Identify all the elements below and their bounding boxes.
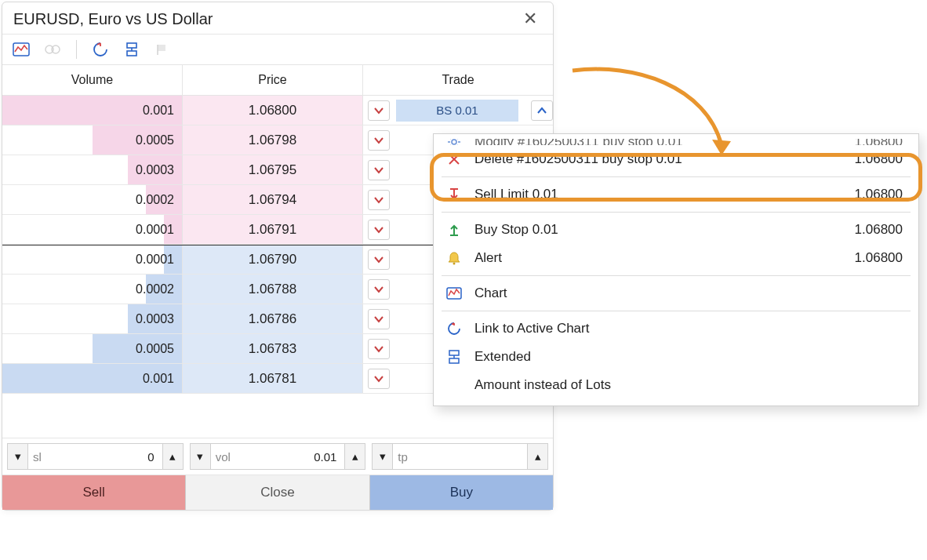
header-volume[interactable]: Volume	[2, 65, 183, 95]
svg-rect-18	[449, 358, 459, 363]
titlebar: EURUSD, Euro vs US Dollar ✕	[2, 2, 553, 34]
tp-label: tp	[393, 450, 420, 464]
volume-cell: 0.0005	[2, 334, 183, 363]
expand-trade-icon[interactable]	[368, 190, 390, 210]
sl-label: sl	[28, 450, 55, 464]
price-cell: 1.06781	[183, 364, 363, 393]
volume-value: 0.0001	[136, 245, 174, 274]
vol-down-icon[interactable]: ▾	[191, 444, 211, 469]
volume-value: 0.0005	[136, 334, 174, 363]
tp-up-icon[interactable]: ▴	[527, 444, 547, 469]
price-cell: 1.06798	[183, 125, 363, 155]
menu-link-label: Link to Active Chart	[474, 321, 589, 336]
volume-value: 0.0003	[136, 304, 174, 333]
volume-cell: 0.0005	[2, 125, 183, 155]
sl-stepper[interactable]: ▾ sl 0 ▴	[7, 443, 184, 470]
window-title: EURUSD, Euro vs US Dollar	[13, 10, 213, 28]
close-button[interactable]: Close	[186, 475, 369, 510]
menu-delete-price: 1.06800	[855, 151, 903, 167]
expand-trade-icon[interactable]	[368, 279, 390, 300]
menu-link-active-chart[interactable]: Link to Active Chart	[434, 315, 918, 343]
volume-value: 0.001	[143, 96, 174, 125]
menu-modify-order[interactable]: Modify #1602500311 buy stop 0.01 1.06800	[434, 139, 918, 145]
sl-up-icon[interactable]: ▴	[162, 444, 183, 469]
chart-icon[interactable]	[10, 39, 32, 60]
expand-trade-icon[interactable]	[368, 100, 390, 121]
menu-separator	[442, 275, 911, 276]
expand-trade-icon[interactable]	[368, 309, 390, 329]
menu-buy-stop-price: 1.06800	[855, 222, 903, 238]
sell-limit-icon	[445, 187, 464, 202]
vol-stepper[interactable]: ▾ vol 0.01 ▴	[190, 443, 366, 470]
toolbar	[2, 34, 553, 65]
trade-badge[interactable]: BS 0.01	[396, 100, 518, 122]
price-cell: 1.06795	[183, 155, 363, 184]
volume-value: 0.001	[143, 364, 174, 393]
menu-amount-instead-lots[interactable]: Amount instead of Lots	[434, 371, 918, 399]
trade-cell: BS 0.01	[363, 96, 553, 125]
bell-icon	[445, 251, 464, 265]
expand-trade-icon[interactable]	[368, 249, 390, 270]
expand-trade-icon[interactable]	[368, 130, 390, 151]
volume-cell: 0.0003	[2, 155, 183, 184]
menu-modify-label: Modify #1602500311 buy stop 0.01	[474, 139, 683, 145]
flag-icon[interactable]	[152, 39, 174, 60]
menu-delete-order[interactable]: Delete #1602500311 buy stop 0.01 1.06800	[434, 145, 918, 173]
sl-down-icon[interactable]: ▾	[8, 444, 28, 469]
menu-sell-limit-price: 1.06800	[855, 187, 903, 202]
history-icon[interactable]	[42, 39, 64, 60]
menu-amount-label: Amount instead of Lots	[474, 377, 611, 393]
close-icon[interactable]: ✕	[518, 9, 542, 29]
menu-extended[interactable]: Extended	[434, 343, 918, 371]
svg-rect-3	[127, 43, 136, 48]
expand-trade-icon[interactable]	[368, 160, 390, 180]
header-price[interactable]: Price	[183, 65, 363, 95]
price-cell: 1.06800	[183, 96, 363, 125]
volume-cell: 0.001	[2, 364, 183, 393]
menu-modify-price: 1.06800	[855, 139, 903, 145]
extended-icon[interactable]	[121, 39, 143, 60]
buy-button[interactable]: Buy	[370, 475, 553, 510]
price-cell: 1.06786	[183, 304, 363, 333]
svg-point-8	[452, 140, 456, 144]
volume-cell: 0.0002	[2, 275, 183, 304]
header-trade[interactable]: Trade	[363, 65, 553, 95]
menu-delete-label: Delete #1602500311 buy stop 0.01	[474, 151, 682, 167]
sell-button[interactable]: Sell	[2, 475, 186, 510]
vol-value[interactable]: 0.01	[238, 450, 345, 464]
context-menu: Modify #1602500311 buy stop 0.01 1.06800…	[433, 133, 919, 406]
volume-value: 0.0002	[136, 275, 174, 304]
price-cell: 1.06783	[183, 334, 363, 363]
menu-buy-stop-label: Buy Stop 0.01	[474, 222, 558, 238]
inputs-row: ▾ sl 0 ▴ ▾ vol 0.01 ▴ ▾ tp ▴	[2, 438, 553, 475]
tp-down-icon[interactable]: ▾	[373, 444, 393, 469]
vol-label: vol	[211, 450, 238, 464]
menu-separator	[442, 311, 911, 311]
expand-trade-icon[interactable]	[368, 339, 390, 359]
svg-rect-4	[127, 51, 136, 56]
menu-sell-limit[interactable]: Sell Limit 0.01 1.06800	[434, 180, 918, 209]
price-cell: 1.06790	[183, 245, 363, 274]
svg-point-15	[453, 263, 456, 265]
tp-stepper[interactable]: ▾ tp ▴	[372, 443, 548, 470]
menu-separator	[442, 212, 911, 213]
svg-rect-6	[158, 45, 165, 51]
menu-alert-price: 1.06800	[855, 250, 903, 266]
menu-alert[interactable]: Alert 1.06800	[434, 244, 918, 272]
link-chart-icon	[445, 322, 464, 336]
link-chart-icon[interactable]	[89, 39, 111, 60]
trade-up-icon[interactable]	[531, 100, 553, 121]
chart-icon	[445, 287, 464, 300]
vol-up-icon[interactable]: ▴	[344, 444, 365, 469]
menu-chart[interactable]: Chart	[434, 279, 918, 307]
price-cell: 1.06791	[183, 215, 363, 244]
toolbar-separator	[76, 40, 77, 59]
dom-row[interactable]: 0.0011.06800BS 0.01	[2, 96, 553, 125]
sl-value[interactable]: 0	[55, 450, 162, 464]
column-headers: Volume Price Trade	[2, 65, 553, 96]
expand-trade-icon[interactable]	[368, 369, 390, 389]
expand-trade-icon[interactable]	[368, 220, 390, 240]
menu-separator	[442, 176, 911, 177]
volume-cell: 0.0001	[2, 215, 183, 244]
menu-buy-stop[interactable]: Buy Stop 0.01 1.06800	[434, 216, 918, 244]
